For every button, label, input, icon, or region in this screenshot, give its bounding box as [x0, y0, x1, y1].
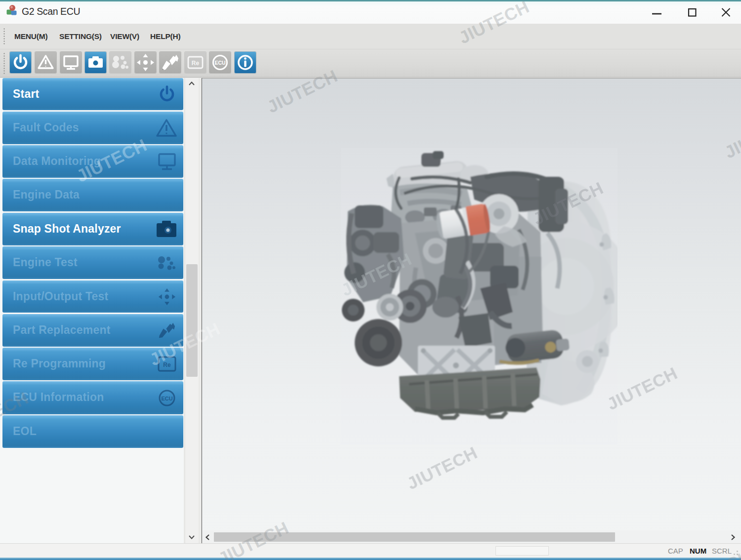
svg-text:ECU: ECU [214, 60, 225, 66]
svg-text:Re: Re [192, 60, 200, 67]
svg-text:ECU: ECU [161, 395, 172, 401]
svg-text:Re: Re [163, 361, 171, 368]
